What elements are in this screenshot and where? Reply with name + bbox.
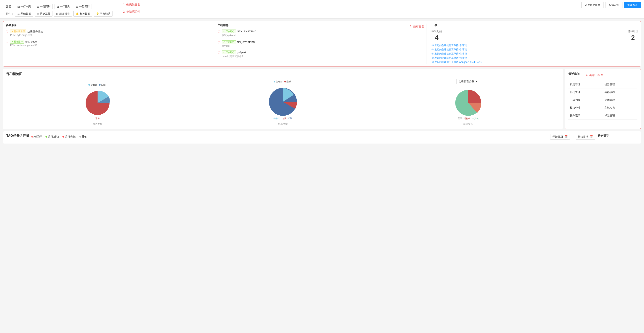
status-badge-running-4: ✓ 正在运行 — [222, 51, 236, 54]
save-button[interactable]: 保存修改 — [624, 2, 641, 8]
container-btn-4[interactable]: ▤ 一行四列 — [74, 4, 92, 10]
recent-item-2[interactable]: 部门管理 — [568, 88, 603, 96]
recent-item-4[interactable]: 工单列表 — [568, 96, 603, 104]
hub-label-2: 汇聚 — [288, 117, 292, 120]
chart1-legend: 公有云 汇聚 — [88, 83, 107, 86]
edge-label-1: 边缘 — [95, 117, 100, 120]
host-desc-1: 测试systemd — [222, 34, 256, 37]
top-panels: 容器服务 ♡ ⊙ 待创建集群 边缘服务测绘 PSM: byte.edge.tes… — [3, 21, 641, 67]
toolbar-block: 容器： ▤ 一行一列 ▤ 一行两列 ▤ 一行三列 ▤ 一行四列 组件： ☰ — [3, 2, 115, 18]
star-icon: ✳ — [37, 12, 39, 15]
calendar-icon-2: 📅 — [590, 135, 593, 138]
main-content: 容器服务 ♡ ⊙ 待创建集群 边缘服务测绘 PSM: byte.edge.tes… — [0, 19, 644, 146]
container-row: 容器： ▤ 一行一列 ▤ 一行两列 ▤ 一行三列 ▤ 一行四列 — [6, 4, 112, 10]
container-btn-2[interactable]: ▤ 一行两列 — [35, 4, 53, 10]
host-name-2: NO_SYSTEMD — [237, 41, 255, 44]
status-badge-running-2: ✓ 正在运行 — [222, 30, 236, 33]
start-date-input[interactable]: 开始日期 📅 — [550, 134, 570, 140]
host-name-1: GZX_SYSTEMD — [237, 30, 256, 33]
calendar-icon: 📅 — [564, 135, 568, 138]
edge-label-2: 边缘 — [282, 117, 286, 120]
cloud-label-2: 公有云 — [274, 117, 280, 120]
ticket-link-3[interactable]: 你 发起的创建机房工单待 你 审批 — [432, 52, 638, 56]
heart-icon-2: ♡ — [6, 40, 8, 44]
container-btn-3[interactable]: ▤ 一行三列 — [54, 4, 72, 10]
dept-overview: 部门概览图 公有云 汇聚 — [3, 69, 562, 129]
pending-count: 2 — [628, 34, 638, 41]
legend-other: 其他 — [80, 135, 87, 139]
service-psm-1: PSM: byte.edge.test — [10, 34, 43, 37]
bottom-section: 部门概览图 公有云 汇聚 — [3, 69, 641, 129]
issued-count: 4 — [432, 34, 442, 41]
chevron-down-icon: ▼ — [476, 80, 478, 83]
check-icon-2: ✓ — [223, 30, 225, 33]
service-item-2: ♡ ✓ 正在运行 test_edge PSM: toutiao.edge.tes… — [6, 40, 212, 47]
recent-item-0[interactable]: 机房管理 — [568, 81, 603, 88]
grid-icon: ⊞ — [56, 12, 58, 15]
recent-item-9[interactable]: 标签管理 — [603, 112, 638, 120]
header-toolbar: 容器： ▤ 一行一列 ▤ 一行两列 ▤ 一行三列 ▤ 一行四列 组件： ☰ — [0, 0, 644, 19]
ticket-link-1[interactable]: 你 发起的创建机房工单待 你 审批 — [432, 44, 638, 47]
chart-machine-status: 边缘管理公测 ▼ 异常 运行中 — [377, 79, 560, 126]
recent-item-5[interactable]: 应用管理 — [603, 96, 638, 104]
restore-button[interactable]: 还原历史版本 — [581, 2, 604, 9]
recent-item-7[interactable]: 主机发布 — [603, 104, 638, 112]
grid-1-icon: ▤ — [17, 5, 20, 8]
host-service-title: 主机服务 — [218, 24, 424, 27]
running-label: 运行中 — [464, 117, 470, 120]
chart-room-type: 公有云 汇聚 边缘 — [6, 83, 188, 126]
comp-btn-platform[interactable]: 💡 平台辅助 — [94, 11, 112, 17]
recent-item-8[interactable]: 操作记录 — [568, 112, 603, 120]
recent-item-3[interactable]: 容器发布 — [603, 88, 638, 96]
comp-btn-monitor[interactable]: 🔔 监控数据 — [74, 11, 92, 17]
recent-item-6[interactable]: 模块管理 — [568, 104, 603, 112]
ticket-link-4[interactable]: 你 发起的创建机房工单待 你 审批 — [432, 56, 638, 60]
legend-fail: 运行失败 — [62, 135, 76, 139]
region-dropdown[interactable]: 边缘管理公测 ▼ — [456, 79, 480, 84]
bell-icon: 🔔 — [76, 12, 79, 15]
chart1-label: 机房类型 — [93, 122, 102, 126]
hint-2-label: 2. 拖拽源组件 — [123, 10, 140, 14]
tao-chart: TAO任务运行图 未运行 运行成功 运行失败 其他 — [6, 134, 595, 141]
tickets-panel: 工单 我发起的 4 待我处理 2 你 发起的创建机房工单待 你 审批 你 发起的… — [429, 24, 638, 64]
hint-1-label: 1. 拖拽源容器 — [123, 3, 140, 7]
check-icon-4: ✓ — [223, 51, 225, 54]
clock-icon: ⊙ — [12, 30, 13, 33]
ticket-link-5[interactable]: 你 发起的创建部门工单待 wangda.183448 审批 — [432, 61, 638, 64]
legend-not-run: 未运行 — [31, 135, 42, 139]
uninstall-label: 未安装 — [472, 117, 478, 120]
container-label: 容器： — [6, 5, 14, 9]
recent-item-1[interactable]: 机器管理 — [603, 81, 638, 88]
status-badge-running-3: ✓ 正在运行 — [222, 40, 236, 44]
comp-btn-tools[interactable]: ✳ 快捷工具 — [35, 11, 52, 17]
issued-label: 我发起的 — [432, 30, 442, 33]
hint-3-label: 3. 画布容器 — [410, 25, 424, 28]
heart-icon-3: ♡ — [218, 30, 220, 34]
check-icon-3: ✓ — [223, 41, 225, 44]
cancel-button[interactable]: 取消定制 — [605, 2, 622, 9]
component-label: 组件： — [6, 12, 14, 16]
comp-btn-report[interactable]: ⊞ 服务报表 — [54, 11, 72, 17]
ticket-link-2[interactable]: 你 发起的创建机房工单待 你 审批 — [432, 48, 638, 51]
chart-machine-type: 公有云 边缘 — [192, 80, 374, 126]
service-item-1: ♡ ⊙ 待创建集群 边缘服务测绘 PSM: byte.edge.test — [6, 30, 212, 37]
ticket-pending: 待我处理 2 — [628, 30, 638, 41]
recent-title: 最近访问 — [568, 72, 580, 76]
ticket-links: 你 发起的创建机房工单待 你 审批 你 发起的创建机房工单待 你 审批 你 发起… — [432, 44, 638, 64]
check-circle-icon: ✓ — [12, 40, 13, 43]
grid-4-icon: ▤ — [76, 5, 78, 8]
host-item-1: ♡ ✓ 正在运行 GZX_SYSTEMD 测试systemd — [218, 30, 424, 37]
comp-btn-basic[interactable]: ☰ 基础数据 — [15, 11, 33, 17]
hints-column: 1. 拖拽源容器 2. 拖拽源组件 — [120, 2, 140, 14]
right-buttons: 还原历史版本 取消定制 保存修改 — [581, 2, 641, 9]
legend-success: 运行成功 — [46, 135, 59, 139]
host-service-panel: 主机服务 3. 画布容器 ♡ ✓ 正在运行 GZX_SYSTEMD 测试syst… — [218, 24, 427, 64]
end-date-input[interactable]: 结束日期 📅 — [576, 134, 595, 140]
service-psm-2: PSM: toutiao.edge.test33 — [10, 44, 37, 47]
container-btn-1[interactable]: ▤ 一行一列 — [15, 4, 33, 10]
hint-4-label: 4. 画布上组件 — [586, 74, 603, 77]
status-badge-running-1: ✓ 正在运行 — [10, 40, 24, 44]
host-desc-3: haha我是测试服务3 — [222, 55, 246, 58]
tickets-title: 工单 — [432, 24, 638, 27]
chart2-legend: 公有云 边缘 — [274, 80, 292, 83]
